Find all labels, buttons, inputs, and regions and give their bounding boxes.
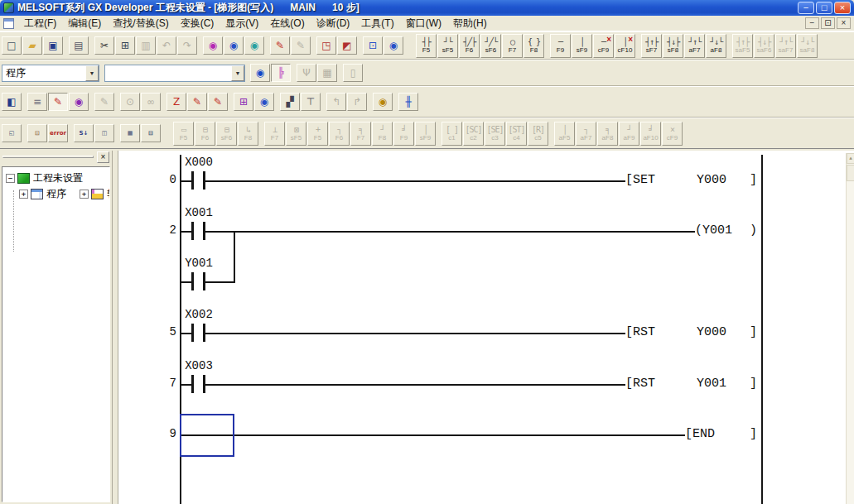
horizontal-line-button[interactable]: ─F9: [550, 34, 571, 58]
new-project-button[interactable]: □: [2, 36, 22, 55]
local-window-button[interactable]: ▯: [343, 64, 363, 82]
find-device-button[interactable]: ◉: [224, 36, 244, 55]
rule-cross-button[interactable]: +F5: [307, 122, 328, 146]
coil-se-button[interactable]: [SE]c3: [485, 122, 505, 146]
sort-button[interactable]: S↓: [74, 124, 94, 142]
tree-root-label[interactable]: 工程未设置: [33, 171, 83, 185]
menu-item[interactable]: 查找/替换(S): [107, 16, 174, 31]
save-project-button[interactable]: ▣: [43, 36, 63, 55]
project-data-list-button[interactable]: ╠: [271, 64, 291, 82]
macro-button[interactable]: Ψ: [297, 64, 316, 82]
coil-button[interactable]: ○F7: [502, 34, 523, 58]
open-contact[interactable]: [191, 375, 205, 393]
read-mode-button[interactable]: ✎: [291, 36, 311, 55]
device-label[interactable]: X002: [171, 308, 226, 321]
delete-vertical-line-button[interactable]: │×cF10: [615, 34, 635, 58]
tree-root-project[interactable]: − 工程未设置: [6, 170, 109, 186]
parameter-setting-button[interactable]: ╫: [398, 93, 418, 111]
monitor-mode-button[interactable]: ◳: [316, 36, 336, 55]
instruction-rst[interactable]: [RST: [625, 325, 655, 339]
verify-button[interactable]: ◉: [384, 36, 403, 55]
copy-button[interactable]: ⊞: [115, 36, 135, 55]
mdi-restore-button[interactable]: ⊡: [821, 17, 835, 29]
menu-item[interactable]: 工程(F): [18, 16, 62, 31]
block-combo[interactable]: ▼: [104, 65, 245, 82]
device-test-button[interactable]: ✎: [187, 93, 207, 111]
note-button[interactable]: ∞: [141, 93, 161, 111]
line-delete-button[interactable]: ×cF9: [662, 122, 683, 146]
rule-corner3-button[interactable]: ┘F8: [372, 122, 393, 146]
comment-display-button[interactable]: ◉: [250, 64, 270, 82]
statement-button[interactable]: ⊙: [120, 93, 140, 111]
open-contact[interactable]: [191, 324, 205, 342]
device-batch-button[interactable]: ✎: [208, 93, 228, 111]
split-window-button[interactable]: ◫: [94, 124, 114, 142]
tree-item-device-comment[interactable]: + 软元件注: [66, 186, 110, 202]
menu-item[interactable]: 在线(O): [264, 16, 310, 31]
drag-grip[interactable]: [2, 156, 94, 158]
paste-button[interactable]: ▥: [136, 36, 156, 55]
mdi-close-button[interactable]: ×: [837, 17, 851, 29]
grid-view-button[interactable]: ▦: [120, 124, 140, 142]
rule-corner4-button[interactable]: ╛F9: [393, 122, 414, 146]
monitor-write-button[interactable]: ◩: [337, 36, 357, 55]
terminal-button[interactable]: ⊤: [301, 93, 321, 111]
parallel-rising-pulse-close-button[interactable]: ┘↑└saF7: [775, 34, 796, 58]
parallel-falling-pulse-button[interactable]: ┘↓└aF8: [706, 34, 726, 58]
rule-tee-button[interactable]: ⊥F7: [264, 122, 285, 146]
read-search-button[interactable]: ◉: [69, 93, 89, 111]
puzzle-button[interactable]: ▞: [280, 93, 300, 111]
write-mode-button[interactable]: ✎: [270, 36, 290, 55]
instruction-operand[interactable]: Y001: [697, 377, 726, 391]
device-label[interactable]: X000: [171, 156, 226, 169]
device-label[interactable]: Y001: [171, 257, 226, 270]
rule-corner1-button[interactable]: ┐F6: [329, 122, 350, 146]
falling-pulse-close-button[interactable]: ┤↓├saF6: [754, 34, 774, 58]
device-label[interactable]: X003: [171, 359, 226, 372]
rule-top-button[interactable]: ⊟F6: [195, 122, 215, 146]
transfer-setup-button[interactable]: ⊡: [363, 36, 383, 55]
collapse-icon[interactable]: −: [6, 174, 15, 183]
parallel-rising-pulse-button[interactable]: ┘↑└aF7: [684, 34, 705, 58]
application-instruction-button[interactable]: { }F8: [523, 34, 544, 58]
coil-st-button[interactable]: [ST]c4: [506, 122, 527, 146]
panel-splitter[interactable]: [113, 151, 118, 504]
coil-sc-button[interactable]: [SC]c2: [463, 122, 484, 146]
rule-corner2-button[interactable]: ╕F7: [350, 122, 371, 146]
closed-contact-button[interactable]: ┤╱├F6: [459, 34, 480, 58]
menu-item[interactable]: 变换(C): [175, 16, 220, 31]
open-contact[interactable]: [191, 222, 205, 240]
open-contact-button[interactable]: ┤├F5: [416, 34, 437, 58]
program-check-button[interactable]: ◉: [373, 93, 393, 111]
monitor-grid-button[interactable]: ⊞: [234, 93, 253, 111]
falling-pulse-button[interactable]: ┤↓├sF8: [663, 34, 683, 58]
line-af8-button[interactable]: ╕aF8: [597, 122, 618, 146]
rising-pulse-close-button[interactable]: ┤↑├saF5: [732, 34, 753, 58]
coil-c1-button[interactable]: [ ]c1: [441, 122, 462, 146]
cut-button[interactable]: ✂: [94, 36, 114, 55]
close-button[interactable]: ×: [834, 2, 851, 14]
ladder-view-button[interactable]: ◧: [2, 93, 22, 111]
find-button[interactable]: ◉: [203, 36, 223, 55]
expand-icon[interactable]: +: [80, 190, 89, 199]
device-memory-button[interactable]: ▦: [317, 64, 337, 82]
monitor-start-button[interactable]: ◉: [254, 93, 274, 111]
tree-item-label[interactable]: 软元件注: [107, 187, 110, 201]
rule-double-button[interactable]: ⊟sF6: [216, 122, 237, 146]
rule-frame-button[interactable]: ▭F5: [173, 122, 194, 146]
minimize-button[interactable]: −: [798, 2, 814, 14]
error-jump-button[interactable]: error: [48, 124, 68, 142]
redo-button[interactable]: ↷: [177, 36, 197, 55]
device-label[interactable]: X001: [171, 206, 226, 219]
open-contact[interactable]: [191, 272, 205, 290]
scroll-up-icon[interactable]: ▲: [847, 153, 854, 164]
coil-r-button[interactable]: [R]c5: [528, 122, 548, 146]
open-contact[interactable]: [191, 171, 205, 190]
jump-dest-button[interactable]: ↱: [347, 93, 367, 111]
instruction-operand[interactable]: Y000: [697, 325, 726, 339]
rule-vline-button[interactable]: │sF9: [415, 122, 436, 146]
parallel-open-contact-button[interactable]: ┘└sF5: [437, 34, 458, 58]
menu-item[interactable]: 工具(T): [355, 16, 399, 31]
ladder-editor[interactable]: 0 X000 [SET Y000 ] 2 X001 Y001 (Y001 ) 5: [118, 151, 854, 504]
instruction-list-button[interactable]: ≡: [27, 93, 47, 111]
